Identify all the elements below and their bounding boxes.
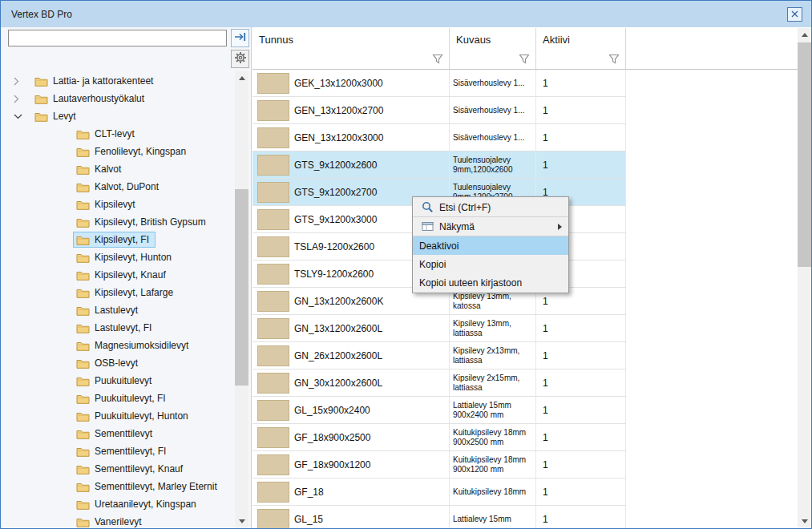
kuvaus-cell: Sisäverhouslevy 1... [450,97,536,123]
kuvaus-cell: Kuitukipsilevy 18mm 900x1200 mm [450,451,536,478]
tree-item-osb-levyt[interactable]: OSB-levyt [1,354,235,372]
menu-item-deaktivoi[interactable]: Deaktivoi [413,236,568,255]
tree-scrollbar-thumb[interactable] [235,189,248,386]
tree-item-clt-levyt[interactable]: CLT-levyt [1,125,235,143]
tree-item-label: Magnesiumoksidilevyt [95,340,188,351]
column-header-tunnus[interactable]: Tunnus [252,28,450,69]
folder-icon [76,217,90,228]
table-row[interactable]: GL_15x900x2400Lattialevy 15mm 900x2400 m… [252,397,626,424]
tree-item-kipsilevyt-fi[interactable]: Kipsilevyt, FI [1,231,235,248]
menu-item-etsi-ctrl-f[interactable]: Etsi (Ctrl+F) [413,198,568,216]
chevron-right-icon[interactable] [14,77,31,86]
go-arrow-icon [234,31,247,46]
scroll-down-button[interactable] [798,515,811,528]
tree-item-kipsilevyt-knauf[interactable]: Kipsilevyt, Knauf [1,266,235,284]
tree-item-label: Kipsilevyt, British Gypsum [95,216,206,228]
tree-item-kalvot[interactable]: Kalvot [1,160,235,178]
panel-thumbnail [257,400,289,421]
filter-button-kuvaus[interactable] [517,52,531,66]
tree-item-puukuitulevyt-fi[interactable]: Puukuitulevyt, FI [1,390,235,407]
table-row[interactable]: GL_15Lattialevy 15mm1 [252,506,626,528]
table-row[interactable]: GEN_13x1200x3000Sisäverhouslevy 1...1 [252,124,626,151]
tree-item-vanerilevyt[interactable]: Vanerilevyt [1,513,235,528]
tree-item-lautaverhousty-kalut[interactable]: Lautaverhoustyökalut [1,90,235,107]
settings-button[interactable] [231,50,249,68]
tree-item-fenolilevyt-kingspan[interactable]: Fenolilevyt, Kingspan [1,143,235,160]
kuvaus-cell: Kipsilevy 13mm, lattiassa [450,315,536,341]
tree-item-levyt[interactable]: Levyt [1,107,235,125]
tree-item-kipsilevyt-british-gypsum[interactable]: Kipsilevyt, British Gypsum [1,213,235,231]
table-scrollbar-thumb[interactable] [798,42,811,267]
panel-thumbnail [257,509,289,529]
menu-item-label: Näkymä [439,221,475,232]
tunnus-cell: GF_18 [294,487,324,498]
folder-tree: Lattia- ja kattorakenteetLautaverhoustyö… [1,72,235,528]
scroll-up-button[interactable] [798,28,811,42]
submenu-arrow-icon [558,224,562,230]
search-go-button[interactable] [231,29,249,47]
table-row[interactable]: GN_13x1200x2600LKipsilevy 13mm, lattiass… [252,315,626,342]
tree-item-sementtilevyt-knauf[interactable]: Sementtilevyt, Knauf [1,460,235,478]
panel-thumbnail [257,454,289,475]
tree-item-magnesiumoksidilevyt[interactable]: Magnesiumoksidilevyt [1,337,235,354]
funnel-icon [608,54,620,64]
kuvaus-cell: Sisäverhouslevy 1... [450,124,536,151]
tree-item-lastulevyt-fi[interactable]: Lastulevyt, FI [1,319,235,337]
panel-thumbnail [257,73,289,94]
kuvaus-cell: Kipsilevy 2x15mm, lattiassa [450,369,536,396]
scroll-up-button[interactable] [235,71,248,85]
tunnus-cell: GN_13x1200x2600K [294,296,383,307]
tree-item-kipsilevyt-lafarge[interactable]: Kipsilevyt, Lafarge [1,284,235,301]
table-row[interactable]: GF_18x900x2500Kuitukipsilevy 18mm 900x25… [252,424,626,451]
tree-item-kipsilevyt-hunton[interactable]: Kipsilevyt, Hunton [1,248,235,266]
column-label: Kuvaus [456,34,491,46]
panel-thumbnail [257,100,289,121]
tree-item-puukuitulevyt-hunton[interactable]: Puukuitulevyt, Hunton [1,407,235,425]
menu-item-kopioi-uuteen-kirjastoon[interactable]: Kopioi uuteen kirjastoon [413,273,568,292]
aktiivi-cell: 1 [536,451,626,478]
menu-item-kopioi[interactable]: Kopioi [413,255,568,273]
tunnus-cell: GF_18x900x1200 [294,459,370,470]
tree-item-label: Kipsilevyt, FI [95,234,149,245]
tree-item-label: Lattia- ja kattorakenteet [53,75,153,87]
aktiivi-cell: 1 [536,369,626,396]
close-button[interactable] [787,7,802,22]
tree-scrollbar[interactable] [235,71,248,528]
tree-item-kalvot-dupont[interactable]: Kalvot, DuPont [1,178,235,196]
tree-item-puukuitulevyt[interactable]: Puukuitulevyt [1,372,235,390]
search-input[interactable] [8,30,227,46]
chevron-right-icon[interactable] [14,95,31,103]
table-row[interactable]: GEK_13x1200x3000Sisäverhouslevy 1...1 [252,70,626,97]
tree-item-uretaanilevyt-kingspan[interactable]: Uretaanilevyt, Kingspan [1,495,235,513]
tree-item-lattia-ja-kattorakenteet[interactable]: Lattia- ja kattorakenteet [1,72,235,90]
table-row[interactable]: GN_30x1200x2600LKipsilevy 2x15mm, lattia… [252,369,626,397]
tree-item-label: Sementtilevyt [95,428,152,439]
scroll-down-button[interactable] [235,515,248,528]
folder-icon [76,411,90,422]
table-row[interactable]: GN_26x1200x2600LKipsilevy 2x13mm, lattia… [252,342,626,369]
tree-item-kipsilevyt[interactable]: Kipsilevyt [1,196,235,213]
table-row[interactable]: GTS_9x1200x2600Tuulensuojalevy 9mm,1200x… [252,151,626,179]
filter-button-tunnus[interactable] [430,52,445,66]
table-scrollbar[interactable] [798,28,811,528]
column-header-kuvaus[interactable]: Kuvaus [450,28,536,69]
menu-item-n-kym[interactable]: Näkymä [413,217,568,236]
folder-icon [76,147,90,157]
chevron-down-icon[interactable] [14,114,31,119]
tree-item-sementtilevyt-fi[interactable]: Sementtilevyt, FI [1,442,235,460]
tree-item-label: Sementtilevyt, Marley Eternit [95,481,217,492]
tree-item-label: Uretaanilevyt, Kingspan [95,499,196,510]
aktiivi-cell: 1 [536,70,626,96]
filter-button-aktiivi[interactable] [607,52,621,66]
table-row[interactable]: GF_18x900x1200Kuitukipsilevy 18mm 900x12… [252,451,626,479]
tree-item-sementtilevyt-marley-eternit[interactable]: Sementtilevyt, Marley Eternit [1,478,235,495]
funnel-icon [519,54,530,64]
table-row[interactable]: GF_18Kuitukipsilevy 18mm1 [252,479,626,506]
table-row[interactable]: GEN_13x1200x2700Sisäverhouslevy 1...1 [252,97,626,124]
tree-item-label: Levyt [53,111,76,122]
tree-item-sementtilevyt[interactable]: Sementtilevyt [1,425,235,442]
titlebar: Vertex BD Pro [1,1,811,27]
tree-item-lastulevyt[interactable]: Lastulevyt [1,301,235,319]
folder-icon [76,235,90,245]
column-header-aktiivi[interactable]: Aktiivi [536,28,626,69]
